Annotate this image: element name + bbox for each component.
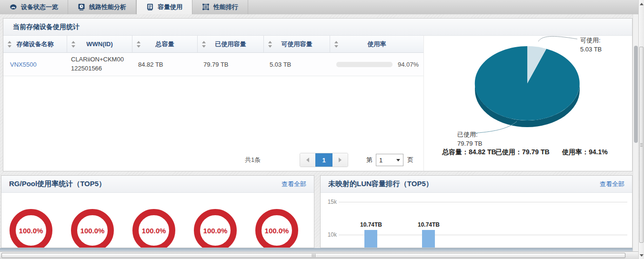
bottom-edge-strip <box>0 248 638 251</box>
rg-pool-view-all-link[interactable]: 查看全部 <box>282 180 306 189</box>
current-page-button[interactable]: 1 <box>315 153 332 167</box>
tab-device-status[interactable]: 设备状态一览 <box>0 0 68 14</box>
scrollbar-grip <box>313 254 314 257</box>
bar-value-label: 10.74TB <box>352 221 390 228</box>
page-select[interactable]: 1 <box>376 154 403 166</box>
outer-vertical-scrollbar[interactable] <box>638 0 644 259</box>
prev-page-button[interactable] <box>300 153 315 167</box>
column-header-available: 可使用容量 <box>282 40 312 49</box>
performance-rank-icon <box>202 3 210 11</box>
available-capacity-cell: 5.03 TB <box>264 53 330 76</box>
lun-capacity-panel: 未映射的LUN容量排行（TOP5） 查看全部 15k 10k 10.74TB 1… <box>320 175 633 248</box>
gridline <box>339 235 627 235</box>
lun-bar-1[interactable] <box>422 230 435 248</box>
total-capacity-cell: 84.82 TB <box>132 53 198 76</box>
pie-callout-available: 可使用: 5.03 TB <box>580 36 602 54</box>
y-axis-tick: 10k <box>322 231 337 238</box>
summary-total: 总容量：84.82 TB <box>442 148 496 157</box>
tab-line-performance[interactable]: 线路性能分析 <box>68 0 136 14</box>
gauge-value: 100.0% <box>19 227 43 235</box>
sort-icon[interactable] <box>202 41 206 48</box>
inner-vertical-scrollbar-thumb[interactable] <box>634 46 638 143</box>
rg-pool-panel-title: RG/Pool使用率统计（TOP5） <box>9 179 106 189</box>
chevron-left-icon <box>306 158 309 162</box>
lun-view-all-link[interactable]: 查看全部 <box>600 180 624 189</box>
usage-gauge[interactable]: 100.0% <box>255 209 298 248</box>
capacity-pie-area: 可使用: 5.03 TB 已使用: 79.79 TB 总容量：84.82 TB … <box>423 36 633 171</box>
table-row: VNX5500 CLARiiON+CKM00122501566 84.82 TB… <box>3 53 423 76</box>
gauge-row: 100.0% 100.0% 100.0% 100.0% 100.0% <box>1 193 314 248</box>
summary-used: 已使用：79.79 TB <box>495 148 550 157</box>
page-suffix-label: 页 <box>407 156 413 164</box>
horizontal-scrollbar[interactable] <box>0 251 638 259</box>
sort-icon[interactable] <box>137 41 141 48</box>
tab-performance-rank[interactable]: 性能排行 <box>192 0 248 14</box>
caret-down-icon <box>396 159 400 161</box>
gridline <box>339 202 627 202</box>
gauge-value: 100.0% <box>265 227 289 235</box>
usage-gauge[interactable]: 100.0% <box>194 209 237 248</box>
used-capacity-cell: 79.79 TB <box>198 53 264 76</box>
usage-cell: 94.07% <box>330 53 423 76</box>
page-select-value: 1 <box>379 157 396 164</box>
y-axis-tick: 15k <box>322 199 337 205</box>
next-page-button[interactable] <box>332 153 348 167</box>
sort-icon[interactable] <box>268 41 272 48</box>
storage-panel-header: 当前存储设备使用统计 <box>3 19 632 36</box>
outer-vertical-scrollbar-thumb[interactable] <box>639 47 644 243</box>
pager: 1 <box>300 153 348 167</box>
lun-panel-header: 未映射的LUN容量排行（TOP5） 查看全部 <box>321 176 632 193</box>
column-header-usage: 使用率 <box>368 40 386 49</box>
total-count-label: 共1条 <box>245 156 261 164</box>
pie-callout-used: 已使用: 79.79 TB <box>457 130 483 148</box>
bar-value-label: 10.74TB <box>410 221 448 228</box>
column-header-total: 总容量 <box>156 40 174 49</box>
sort-icon[interactable] <box>8 41 11 48</box>
arrow-up-icon <box>640 3 644 5</box>
chevron-right-icon <box>339 158 342 162</box>
summary-usage: 使用率：94.1% <box>562 148 608 157</box>
arrow-down-icon <box>640 254 644 257</box>
lun-panel-title: 未映射的LUN容量排行（TOP5） <box>328 179 433 189</box>
inner-vertical-scrollbar[interactable] <box>633 14 638 251</box>
sort-icon[interactable] <box>334 41 338 48</box>
scroll-up-button[interactable] <box>639 0 644 8</box>
column-header-wwn: WWN(ID) <box>86 40 113 48</box>
tab-capacity-usage[interactable]: 容量使用 <box>136 0 192 14</box>
usage-progress-bar <box>336 62 392 67</box>
rg-pool-panel-header: RG/Pool使用率统计（TOP5） 查看全部 <box>1 176 314 193</box>
pie-slice-used[interactable] <box>475 46 580 120</box>
capacity-usage-icon <box>146 3 154 11</box>
line-performance-icon <box>78 3 85 11</box>
storage-table: 存储设备名称 WWN(ID) 总容量 已使用容量 可使用容量 使用率 VNX55… <box>3 36 424 171</box>
gauge-value: 100.0% <box>203 227 228 235</box>
horizontal-scrollbar-thumb[interactable] <box>1 253 625 258</box>
gauge-value: 100.0% <box>142 227 166 235</box>
table-header-row: 存储设备名称 WWN(ID) 总容量 已使用容量 可使用容量 使用率 <box>3 36 423 53</box>
callout-line-available <box>538 36 577 41</box>
device-name-link[interactable]: VNX5500 <box>10 61 37 68</box>
column-header-device-name: 存储设备名称 <box>17 40 54 49</box>
usage-gauge[interactable]: 100.0% <box>10 209 52 248</box>
usage-gauge[interactable]: 100.0% <box>132 209 175 248</box>
tab-label: 设备状态一览 <box>21 3 58 11</box>
wwn-cell: CLARiiON+CKM00122501566 <box>67 53 132 76</box>
scrollbar-grip <box>640 145 643 145</box>
rg-pool-panel: RG/Pool使用率统计（TOP5） 查看全部 100.0% 100.0% 10… <box>1 175 314 248</box>
device-status-icon <box>10 3 17 11</box>
tab-label: 线路性能分析 <box>89 3 126 11</box>
lun-bar-chart: 15k 10k 10.74TB 10.74TB <box>321 193 632 248</box>
sort-icon[interactable] <box>71 41 75 48</box>
page-prefix-label: 第 <box>366 156 372 164</box>
column-header-used: 已使用容量 <box>215 40 246 49</box>
tab-label: 性能排行 <box>213 3 238 11</box>
tabbar: 设备状态一览 线路性能分析 容量使用 性能排行 <box>0 0 638 15</box>
tab-label: 容量使用 <box>158 3 182 11</box>
scroll-down-button[interactable] <box>639 251 644 259</box>
pagination: 共1条 1 第 1 页 <box>3 152 423 167</box>
storage-usage-panel: 当前存储设备使用统计 存储设备名称 WWN(ID) 总容量 已使用容量 可使用容… <box>3 18 633 171</box>
usage-gauge[interactable]: 100.0% <box>71 209 114 248</box>
gauge-value: 100.0% <box>80 227 105 235</box>
usage-percent-text: 94.07% <box>398 61 419 68</box>
lun-bar-0[interactable] <box>364 230 377 248</box>
